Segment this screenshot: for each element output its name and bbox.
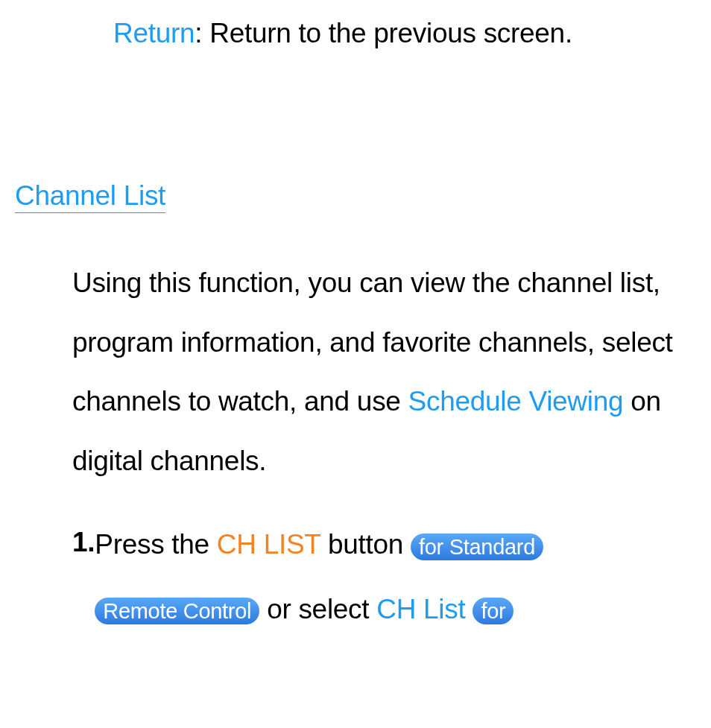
intro-paragraph: Using this function, you can view the ch…: [72, 253, 681, 490]
step-1: 1. Press the CH LIST button for Standard…: [72, 513, 681, 642]
step-button-word: button: [320, 529, 411, 560]
schedule-viewing-link: Schedule Viewing: [408, 386, 624, 417]
return-description: Return: Return to the previous screen.: [15, 4, 689, 63]
ch-list-button-label: CH LIST: [217, 529, 320, 560]
pill-for: for: [473, 598, 514, 624]
step-press-the: Press the: [95, 529, 217, 560]
pill-for-standard: for Standard: [411, 534, 543, 560]
section-heading-channel-list: Channel List: [15, 166, 689, 226]
return-label: Return: [113, 18, 195, 48]
pill-remote-control: Remote Control: [95, 598, 259, 624]
step-text: Press the CH LIST button for Standard Re…: [95, 513, 681, 642]
return-text: : Return to the previous screen.: [195, 18, 572, 48]
ch-list-link: CH List: [376, 594, 465, 624]
step-or-select: or select: [259, 594, 376, 624]
step-number: 1.: [72, 513, 95, 642]
